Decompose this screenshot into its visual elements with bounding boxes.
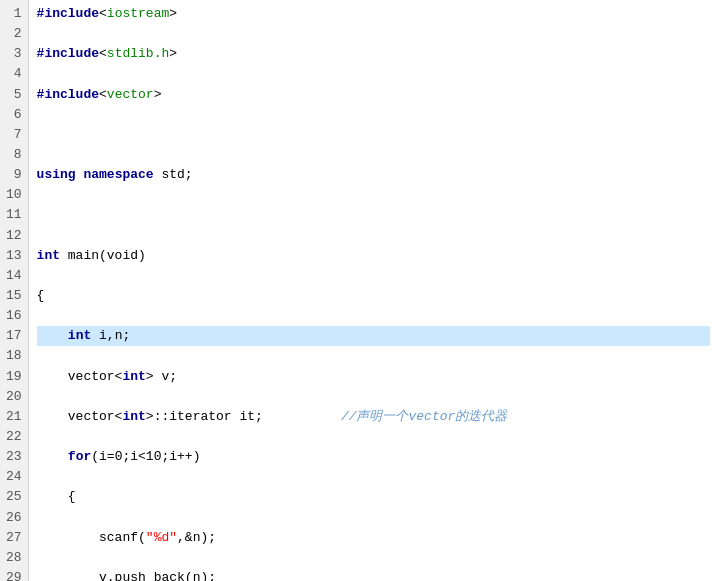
code-line-4 — [37, 125, 710, 145]
code-line-10: vector<int> v; — [37, 367, 710, 387]
code-line-13: { — [37, 487, 710, 507]
code-line-5: using namespace std; — [37, 165, 710, 185]
code-line-15: v.push_back(n); — [37, 568, 710, 581]
code-line-6 — [37, 205, 710, 225]
editor-container: 1234 5678 9101112 13141516 17181920 2122… — [0, 0, 718, 581]
code-line-2: #include<stdlib.h> — [37, 44, 710, 64]
code-line-8: { — [37, 286, 710, 306]
code-area[interactable]: #include<iostream> #include<stdlib.h> #i… — [29, 0, 718, 581]
code-line-12: for(i=0;i<10;i++) — [37, 447, 710, 467]
code-line-9: int i,n; — [37, 326, 710, 346]
code-line-3: #include<vector> — [37, 85, 710, 105]
code-line-1: #include<iostream> — [37, 4, 710, 24]
code-line-14: scanf("%d",&n); — [37, 528, 710, 548]
code-line-7: int main(void) — [37, 246, 710, 266]
code-line-11: vector<int>::iterator it; //声明一个vector的迭… — [37, 407, 710, 427]
line-numbers: 1234 5678 9101112 13141516 17181920 2122… — [0, 0, 29, 581]
